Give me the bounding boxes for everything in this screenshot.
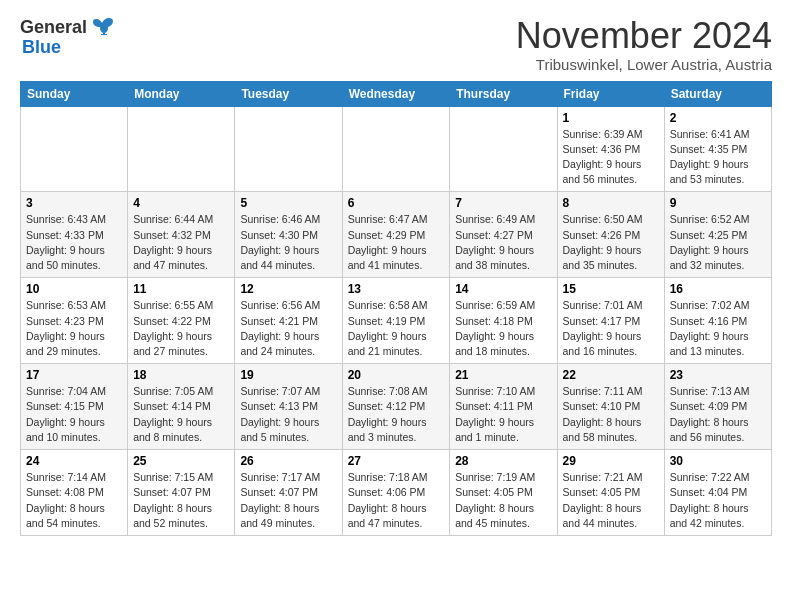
calendar-cell: 29Sunrise: 7:21 AM Sunset: 4:05 PM Dayli… — [557, 450, 664, 536]
day-info: Sunrise: 6:50 AM Sunset: 4:26 PM Dayligh… — [563, 212, 659, 273]
calendar-cell: 22Sunrise: 7:11 AM Sunset: 4:10 PM Dayli… — [557, 364, 664, 450]
logo: General Blue — [20, 16, 115, 56]
calendar-cell: 19Sunrise: 7:07 AM Sunset: 4:13 PM Dayli… — [235, 364, 342, 450]
calendar-cell: 21Sunrise: 7:10 AM Sunset: 4:11 PM Dayli… — [450, 364, 557, 450]
calendar-cell: 6Sunrise: 6:47 AM Sunset: 4:29 PM Daylig… — [342, 192, 450, 278]
day-number: 3 — [26, 196, 122, 210]
day-info: Sunrise: 6:46 AM Sunset: 4:30 PM Dayligh… — [240, 212, 336, 273]
col-header-wednesday: Wednesday — [342, 81, 450, 106]
calendar-cell: 3Sunrise: 6:43 AM Sunset: 4:33 PM Daylig… — [21, 192, 128, 278]
day-number: 26 — [240, 454, 336, 468]
calendar-cell — [450, 106, 557, 192]
calendar-cell: 23Sunrise: 7:13 AM Sunset: 4:09 PM Dayli… — [664, 364, 771, 450]
day-number: 12 — [240, 282, 336, 296]
day-info: Sunrise: 7:21 AM Sunset: 4:05 PM Dayligh… — [563, 470, 659, 531]
calendar-table: SundayMondayTuesdayWednesdayThursdayFrid… — [20, 81, 772, 536]
day-info: Sunrise: 7:10 AM Sunset: 4:11 PM Dayligh… — [455, 384, 551, 445]
calendar-cell: 27Sunrise: 7:18 AM Sunset: 4:06 PM Dayli… — [342, 450, 450, 536]
calendar-cell: 24Sunrise: 7:14 AM Sunset: 4:08 PM Dayli… — [21, 450, 128, 536]
calendar-cell: 5Sunrise: 6:46 AM Sunset: 4:30 PM Daylig… — [235, 192, 342, 278]
calendar-cell: 25Sunrise: 7:15 AM Sunset: 4:07 PM Dayli… — [128, 450, 235, 536]
day-info: Sunrise: 6:39 AM Sunset: 4:36 PM Dayligh… — [563, 127, 659, 188]
day-info: Sunrise: 6:53 AM Sunset: 4:23 PM Dayligh… — [26, 298, 122, 359]
day-number: 6 — [348, 196, 445, 210]
day-info: Sunrise: 6:43 AM Sunset: 4:33 PM Dayligh… — [26, 212, 122, 273]
calendar-week-2: 10Sunrise: 6:53 AM Sunset: 4:23 PM Dayli… — [21, 278, 772, 364]
calendar-cell: 12Sunrise: 6:56 AM Sunset: 4:21 PM Dayli… — [235, 278, 342, 364]
day-number: 27 — [348, 454, 445, 468]
col-header-thursday: Thursday — [450, 81, 557, 106]
col-header-sunday: Sunday — [21, 81, 128, 106]
day-info: Sunrise: 6:44 AM Sunset: 4:32 PM Dayligh… — [133, 212, 229, 273]
day-number: 20 — [348, 368, 445, 382]
day-info: Sunrise: 7:17 AM Sunset: 4:07 PM Dayligh… — [240, 470, 336, 531]
day-info: Sunrise: 7:02 AM Sunset: 4:16 PM Dayligh… — [670, 298, 766, 359]
calendar-cell: 11Sunrise: 6:55 AM Sunset: 4:22 PM Dayli… — [128, 278, 235, 364]
day-info: Sunrise: 7:04 AM Sunset: 4:15 PM Dayligh… — [26, 384, 122, 445]
calendar-cell: 26Sunrise: 7:17 AM Sunset: 4:07 PM Dayli… — [235, 450, 342, 536]
calendar-cell: 17Sunrise: 7:04 AM Sunset: 4:15 PM Dayli… — [21, 364, 128, 450]
day-number: 30 — [670, 454, 766, 468]
month-title: November 2024 — [516, 16, 772, 56]
day-info: Sunrise: 6:58 AM Sunset: 4:19 PM Dayligh… — [348, 298, 445, 359]
calendar-week-4: 24Sunrise: 7:14 AM Sunset: 4:08 PM Dayli… — [21, 450, 772, 536]
day-number: 5 — [240, 196, 336, 210]
day-number: 17 — [26, 368, 122, 382]
day-info: Sunrise: 7:08 AM Sunset: 4:12 PM Dayligh… — [348, 384, 445, 445]
day-number: 1 — [563, 111, 659, 125]
calendar-cell: 18Sunrise: 7:05 AM Sunset: 4:14 PM Dayli… — [128, 364, 235, 450]
day-number: 21 — [455, 368, 551, 382]
day-number: 11 — [133, 282, 229, 296]
calendar-cell: 15Sunrise: 7:01 AM Sunset: 4:17 PM Dayli… — [557, 278, 664, 364]
col-header-friday: Friday — [557, 81, 664, 106]
day-number: 9 — [670, 196, 766, 210]
title-block: November 2024 Tribuswinkel, Lower Austri… — [516, 16, 772, 73]
calendar-cell: 7Sunrise: 6:49 AM Sunset: 4:27 PM Daylig… — [450, 192, 557, 278]
day-info: Sunrise: 6:55 AM Sunset: 4:22 PM Dayligh… — [133, 298, 229, 359]
col-header-saturday: Saturday — [664, 81, 771, 106]
calendar-cell: 13Sunrise: 6:58 AM Sunset: 4:19 PM Dayli… — [342, 278, 450, 364]
calendar-cell: 20Sunrise: 7:08 AM Sunset: 4:12 PM Dayli… — [342, 364, 450, 450]
calendar-week-3: 17Sunrise: 7:04 AM Sunset: 4:15 PM Dayli… — [21, 364, 772, 450]
calendar-cell: 1Sunrise: 6:39 AM Sunset: 4:36 PM Daylig… — [557, 106, 664, 192]
day-info: Sunrise: 7:01 AM Sunset: 4:17 PM Dayligh… — [563, 298, 659, 359]
day-number: 25 — [133, 454, 229, 468]
calendar-cell: 10Sunrise: 6:53 AM Sunset: 4:23 PM Dayli… — [21, 278, 128, 364]
day-number: 2 — [670, 111, 766, 125]
calendar-header-row: SundayMondayTuesdayWednesdayThursdayFrid… — [21, 81, 772, 106]
calendar-cell: 14Sunrise: 6:59 AM Sunset: 4:18 PM Dayli… — [450, 278, 557, 364]
col-header-tuesday: Tuesday — [235, 81, 342, 106]
calendar-cell — [128, 106, 235, 192]
day-number: 19 — [240, 368, 336, 382]
calendar-cell: 9Sunrise: 6:52 AM Sunset: 4:25 PM Daylig… — [664, 192, 771, 278]
day-number: 29 — [563, 454, 659, 468]
day-number: 16 — [670, 282, 766, 296]
logo-blue-text: Blue — [20, 38, 61, 56]
day-info: Sunrise: 6:56 AM Sunset: 4:21 PM Dayligh… — [240, 298, 336, 359]
calendar-week-0: 1Sunrise: 6:39 AM Sunset: 4:36 PM Daylig… — [21, 106, 772, 192]
day-number: 4 — [133, 196, 229, 210]
day-number: 24 — [26, 454, 122, 468]
day-info: Sunrise: 7:22 AM Sunset: 4:04 PM Dayligh… — [670, 470, 766, 531]
calendar-cell: 2Sunrise: 6:41 AM Sunset: 4:35 PM Daylig… — [664, 106, 771, 192]
day-info: Sunrise: 6:47 AM Sunset: 4:29 PM Dayligh… — [348, 212, 445, 273]
day-number: 18 — [133, 368, 229, 382]
calendar-cell: 30Sunrise: 7:22 AM Sunset: 4:04 PM Dayli… — [664, 450, 771, 536]
day-info: Sunrise: 7:19 AM Sunset: 4:05 PM Dayligh… — [455, 470, 551, 531]
day-number: 15 — [563, 282, 659, 296]
calendar-cell: 28Sunrise: 7:19 AM Sunset: 4:05 PM Dayli… — [450, 450, 557, 536]
calendar-cell: 16Sunrise: 7:02 AM Sunset: 4:16 PM Dayli… — [664, 278, 771, 364]
day-number: 8 — [563, 196, 659, 210]
day-number: 14 — [455, 282, 551, 296]
day-number: 10 — [26, 282, 122, 296]
calendar-week-1: 3Sunrise: 6:43 AM Sunset: 4:33 PM Daylig… — [21, 192, 772, 278]
calendar-cell — [21, 106, 128, 192]
day-number: 23 — [670, 368, 766, 382]
day-info: Sunrise: 7:05 AM Sunset: 4:14 PM Dayligh… — [133, 384, 229, 445]
logo-bird-icon — [91, 14, 115, 38]
day-info: Sunrise: 6:59 AM Sunset: 4:18 PM Dayligh… — [455, 298, 551, 359]
page-header: General Blue November 2024 Tribuswinkel,… — [20, 16, 772, 73]
calendar-cell: 8Sunrise: 6:50 AM Sunset: 4:26 PM Daylig… — [557, 192, 664, 278]
day-number: 22 — [563, 368, 659, 382]
day-number: 13 — [348, 282, 445, 296]
